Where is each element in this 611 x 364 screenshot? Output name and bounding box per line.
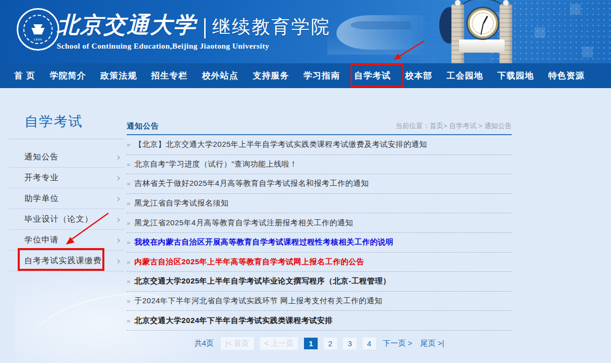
notice-item[interactable]: » 我校在内蒙古自治区开展高等教育自学考试课程过程性考核相关工作的说明 — [127, 233, 512, 253]
notice-item[interactable]: » 北京自考"学习进度（试行）"查询功能上线啦！ — [127, 155, 512, 175]
divider — [9, 139, 125, 139]
nav-item-admissions[interactable]: 招生专栏 — [151, 70, 187, 82]
breadcrumb: 当前位置：首页> 自学考试 > 通知公告 — [395, 122, 512, 131]
notice-item[interactable]: » 吉林省关于做好2025年4月高等教育自学考试报名和报考工作的通知 — [127, 174, 512, 194]
content-area: 自学考试 通知公告 › 开考专业 › 助学单位 › 毕业设计（论文） › — [0, 88, 611, 364]
page-count-label: 共4页 — [193, 337, 214, 350]
nav-item-downloads[interactable]: 下载园地 — [498, 70, 534, 82]
bullet-icon: » — [127, 219, 130, 227]
sidebar-title: 自学考试 — [24, 112, 125, 131]
pagination: 共4页 |< 首页 < 上一页 1 2 3 4 下一页 > 尾页 >| — [127, 337, 512, 350]
sidebar-item-study-units[interactable]: 助学单位 › — [9, 188, 125, 209]
sidebar-item-notices[interactable]: 通知公告 › — [9, 147, 125, 168]
bullet-icon: » — [127, 160, 130, 168]
university-name-cn: 北京交通大学 — [57, 11, 197, 38]
notice-item[interactable]: » 北京交通大学2024年下半年自学考试实践类课程考试安排 — [127, 311, 512, 331]
nav-item-featured[interactable]: 特色资源 — [548, 70, 585, 82]
section-title: 通知公告 — [127, 122, 159, 131]
notice-item[interactable]: » 【北京】北京交通大学2025年上半年自学考试实践类课程考试缴费及考试安排的通… — [127, 135, 512, 155]
bullet-icon: » — [127, 277, 130, 285]
bullet-icon: » — [127, 258, 130, 266]
chevron-right-icon: › — [117, 235, 121, 245]
nav-item-policies[interactable]: 政策法规 — [100, 70, 137, 82]
sidebar-item-practice-fee[interactable]: 自考考试实践课缴费 › — [9, 251, 125, 271]
nav-item-self-study-exam[interactable]: 自学考试 — [354, 70, 391, 82]
sidebar-item-thesis[interactable]: 毕业设计（论文） › — [9, 209, 125, 230]
bullet-icon: » — [127, 297, 130, 305]
page-button-1: 1 — [304, 338, 317, 349]
notice-item[interactable]: » 北京交通大学2025年上半年自学考试毕业论文撰写程序（北京-工程管理） — [127, 272, 512, 292]
bullet-icon: » — [127, 317, 130, 325]
chevron-right-icon: › — [117, 173, 121, 183]
notice-item[interactable]: » 黑龙江省自学考试报名须知 — [127, 194, 512, 214]
nav-item-about[interactable]: 学院简介 — [50, 70, 86, 82]
nav-item-home[interactable]: 首 页 — [14, 70, 35, 82]
nav-item-support[interactable]: 支持服务 — [253, 70, 289, 82]
main-panel: 通知公告 当前位置：首页> 自学考试 > 通知公告 » 【北京】北京交通大学20… — [127, 122, 512, 350]
page-button-3[interactable]: 3 — [343, 338, 356, 349]
bullet-icon: » — [127, 199, 130, 207]
chevron-right-icon: › — [117, 193, 121, 204]
next-page-button[interactable]: 下一页 > — [382, 337, 413, 350]
page-button-2[interactable]: 2 — [324, 338, 337, 349]
notice-item[interactable]: » 于2024年下半年河北省自学考试实践环节 网上报考支付有关工作的通知 — [127, 292, 512, 311]
logo-year: 1896 — [18, 38, 58, 41]
notice-item[interactable]: » 内蒙古自治区2025年上半年高等教育自学考试网上报名工作的公告 — [127, 253, 512, 272]
sidebar: 自学考试 通知公告 › 开考专业 › 助学单位 › 毕业设计（论文） › — [9, 112, 125, 271]
main-nav: 首 页 学院简介 政策法规 招生专栏 校外站点 支持服务 学习指南 自学考试 校… — [0, 63, 611, 88]
clock-face — [468, 8, 498, 38]
school-name-en: School of Continuing Education,Beijing J… — [57, 42, 331, 51]
site-header: 1896 北京交通大学 | 继续教育学院 School of Continuin… — [0, 0, 611, 63]
site-title-block: 北京交通大学 | 继续教育学院 School of Continuing Edu… — [57, 9, 331, 51]
university-seal-logo: 1896 — [17, 8, 59, 51]
notice-item[interactable]: » 黑龙江省2025年4月高等教育自学考试注册报考相关工作的通知 — [127, 213, 512, 233]
chevron-right-icon: › — [117, 256, 121, 266]
prev-page-button: < 上一页 — [260, 337, 298, 350]
title-divider: | — [203, 14, 207, 39]
chevron-right-icon: › — [117, 214, 121, 224]
nav-item-offsite[interactable]: 校外站点 — [202, 70, 239, 82]
nav-item-union[interactable]: 工会园地 — [447, 70, 483, 82]
chevron-right-icon: › — [117, 152, 121, 162]
first-page-button: |< 首页 — [221, 337, 254, 350]
page-button-4[interactable]: 4 — [363, 338, 376, 349]
notice-list: » 【北京】北京交通大学2025年上半年自学考试实践类课程考试缴费及考试安排的通… — [127, 135, 512, 331]
sidebar-item-degree-application[interactable]: 学位申请 › — [9, 230, 125, 251]
bullet-icon: » — [127, 180, 130, 187]
anvil-icon — [31, 24, 45, 34]
bullet-icon: » — [127, 141, 130, 148]
bullet-icon: » — [127, 238, 130, 246]
sidebar-item-majors[interactable]: 开考专业 › — [9, 168, 125, 188]
page: 1896 北京交通大学 | 继续教育学院 School of Continuin… — [0, 0, 611, 364]
clock-tower-graphic — [446, 1, 517, 63]
nav-item-main-campus[interactable]: 校本部 — [405, 70, 432, 82]
last-page-button[interactable]: 尾页 >| — [419, 337, 445, 350]
header-decoration — [327, 0, 611, 63]
train-graphic — [336, 15, 425, 50]
nav-item-study-guide[interactable]: 学习指南 — [303, 70, 340, 82]
school-name-cn: 继续教育学院 — [212, 15, 331, 38]
